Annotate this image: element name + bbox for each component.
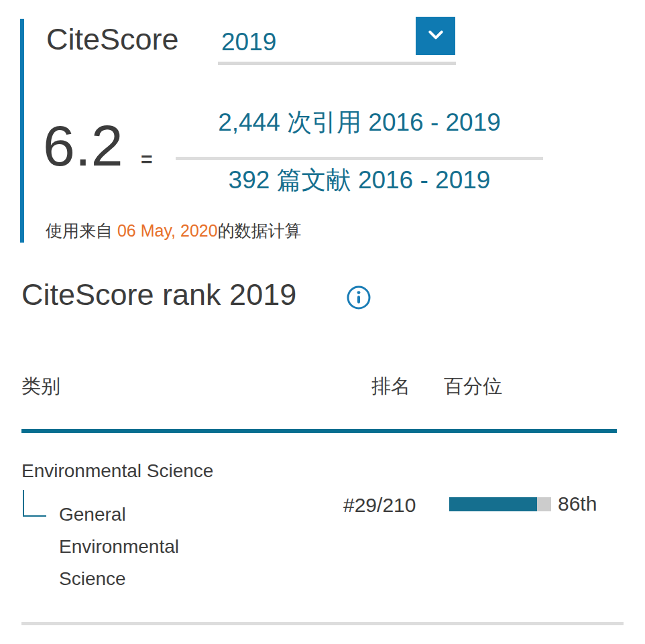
- rank-heading: CiteScore rank 2019: [21, 277, 296, 312]
- note-date: 06 May, 2020: [117, 221, 218, 240]
- info-icon: [346, 302, 371, 312]
- percentile-label: 86th: [558, 493, 597, 515]
- citescore-value: 6.2: [43, 114, 123, 178]
- column-header-rank: 排名: [371, 373, 410, 400]
- tree-branch-icon: [23, 490, 46, 517]
- accent-bar: [20, 19, 24, 243]
- chevron-down-icon: [426, 25, 446, 47]
- subcategory-label: General Environmental Science: [59, 499, 228, 595]
- note-suffix: 的数据计算: [218, 221, 302, 240]
- percentile-bar: [449, 497, 551, 511]
- note-prefix: 使用来自: [46, 221, 117, 240]
- percentile-bar-fill: [449, 497, 537, 511]
- formula-numerator: 2,444 次引用 2016 - 2019: [176, 88, 543, 157]
- parent-category-label: Environmental Science: [21, 460, 213, 482]
- info-button[interactable]: [346, 285, 371, 310]
- row-divider: [21, 622, 624, 625]
- citescore-title: CiteScore: [46, 22, 179, 57]
- formula-denominator: 392 篇文献 2016 - 2019: [176, 160, 543, 200]
- column-header-category: 类别: [21, 373, 60, 400]
- equals-sign: =: [141, 148, 153, 171]
- year-dropdown-button[interactable]: [416, 17, 455, 55]
- calculation-note: 使用来自 06 May, 2020的数据计算: [46, 220, 302, 242]
- column-header-percentile: 百分位: [444, 373, 502, 400]
- citescore-formula: 2,444 次引用 2016 - 2019 392 篇文献 2016 - 201…: [176, 88, 543, 200]
- rank-value: #29/210: [343, 494, 416, 517]
- year-select-underline: [218, 62, 456, 65]
- table-header-rule: [21, 429, 617, 433]
- year-select-value[interactable]: 2019: [221, 28, 276, 56]
